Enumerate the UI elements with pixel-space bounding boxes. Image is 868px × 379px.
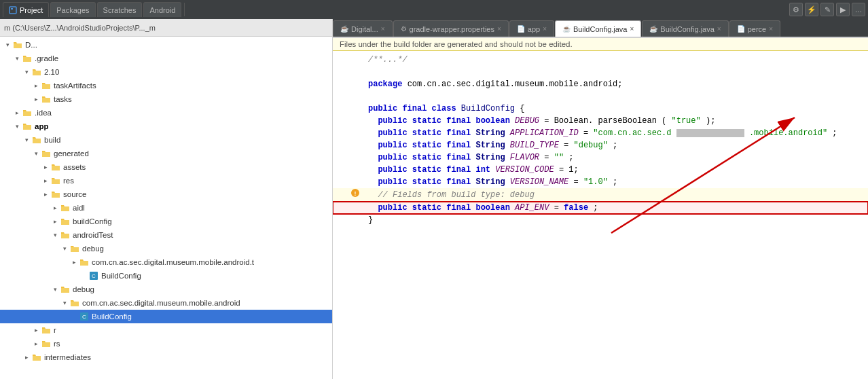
tree-node-13[interactable]: aidl: [0, 201, 332, 215]
tree-node-icon: [79, 257, 90, 268]
tree-node-8[interactable]: build: [0, 133, 332, 147]
tab-label: Digital...: [351, 25, 378, 33]
tab-close-btn[interactable]: ×: [497, 25, 501, 33]
tab-close-btn[interactable]: ×: [381, 25, 385, 33]
tree-arrow: [41, 177, 50, 184]
tree-node-icon: [69, 297, 80, 308]
tree-node-icon: [69, 243, 80, 254]
editor-tab-buildconfig-active[interactable]: ☕ BuildConfig.java ×: [555, 20, 641, 37]
tree-arrow: [60, 245, 69, 252]
tree-node-text: BuildConfig: [101, 272, 141, 280]
code-line-versionname: public static final String VERSION_NAME …: [333, 176, 868, 188]
tree-node-20[interactable]: com.cn.ac.sec.digital.museum.mobile.andr…: [0, 296, 332, 310]
tree-node-19[interactable]: debug: [0, 283, 332, 296]
editor-tab-app[interactable]: 📄 app ×: [509, 20, 554, 37]
tree-node-5[interactable]: tasks: [0, 92, 332, 106]
svg-text:C: C: [82, 314, 86, 320]
tree-node-text: .gradle: [35, 54, 58, 62]
project-sidebar: m (C:\Users\Z...\AndroidStudioProjects\P…: [0, 19, 333, 379]
editor-tab-digital[interactable]: ☕ Digital... ×: [333, 20, 393, 37]
tree-arrow: [31, 150, 41, 157]
toolbar-tab-project[interactable]: Project: [3, 2, 49, 17]
run-button[interactable]: ⚡: [805, 3, 818, 16]
tree-arrow: [60, 300, 69, 306]
tree-node-text: D...: [25, 41, 37, 49]
tab-icon: ⚙: [401, 25, 407, 33]
tree-node-icon: [60, 202, 71, 213]
tree-node-icon: [41, 80, 52, 91]
tree-node-4[interactable]: taskArtifacts: [0, 79, 332, 92]
tree-node-22[interactable]: r: [0, 323, 332, 337]
more-button[interactable]: ▶: [836, 3, 850, 16]
code-line-class: public final class BuildConfig {: [333, 103, 868, 115]
tree-node-text: generated: [54, 149, 89, 158]
tree-node-16[interactable]: debug: [0, 242, 332, 255]
tree-node-icon: [60, 216, 71, 227]
scratches-tab-label: Scratches: [103, 6, 137, 14]
main-container: m (C:\Users\Z...\AndroidStudioProjects\P…: [0, 19, 868, 379]
tree-node-icon: [50, 189, 61, 200]
tree-arrow: [50, 218, 60, 225]
tab-close-btn[interactable]: ×: [630, 25, 634, 33]
tree-node-icon: [50, 162, 61, 173]
tree-node-21[interactable]: CBuildConfig: [0, 310, 332, 323]
extra-button[interactable]: …: [852, 3, 865, 16]
tab-close-btn[interactable]: ×: [717, 25, 721, 33]
tree-node-18[interactable]: CBuildConfig: [0, 269, 332, 283]
tree-node-10[interactable]: assets: [0, 160, 332, 174]
code-line-1: /**...*/: [333, 54, 868, 66]
tree-node-9[interactable]: generated: [0, 147, 332, 160]
editor-tab-buildconfig2[interactable]: ☕ BuildConfig.java ×: [642, 20, 728, 37]
toolbar-tab-scratches[interactable]: Scratches: [97, 2, 143, 17]
code-editor-body[interactable]: /**...*/ package com.cn.ac.sec.digital.m…: [333, 51, 868, 379]
toolbar-separator: [184, 3, 185, 16]
tree-node-2[interactable]: .gradle: [0, 52, 332, 65]
tab-icon: 📄: [517, 25, 525, 33]
code-content: /**...*/ package com.cn.ac.sec.digital.m…: [333, 51, 868, 229]
tree-node-17[interactable]: com.cn.ac.sec.digital.museum.mobile.andr…: [0, 255, 332, 269]
tree-node-text: aidl: [73, 204, 85, 212]
tab-label: BuildConfig.java: [573, 25, 628, 33]
code-line-apienv: public static final boolean API_ENV = fa…: [333, 202, 868, 214]
tree-node-3[interactable]: 2.10: [0, 65, 332, 79]
path-label: m (C:\Users\Z...\AndroidStudioProjects\P…: [4, 24, 156, 32]
tree-node-text: r: [54, 326, 56, 334]
tab-label: perce: [748, 25, 767, 33]
edit-button[interactable]: ✎: [820, 3, 834, 16]
toolbar-tab-packages[interactable]: Packages: [50, 2, 95, 17]
tree-node-icon: [31, 134, 42, 145]
tree-node-1[interactable]: D...: [0, 38, 332, 52]
tree-view: D....gradle2.10taskArtifactstasks.ideaap…: [0, 37, 332, 379]
warning-icon: !: [350, 188, 360, 198]
tree-node-text: com.cn.ac.sec.digital.museum.mobile.andr…: [82, 299, 240, 307]
tree-node-7[interactable]: app: [0, 120, 332, 133]
tab-close-btn[interactable]: ×: [543, 25, 547, 33]
tab-icon: ☕: [340, 25, 348, 33]
tab-close-btn[interactable]: ×: [769, 25, 773, 33]
tree-node-text: debug: [73, 285, 94, 293]
tree-node-15[interactable]: androidTest: [0, 228, 332, 242]
settings-button[interactable]: ⚙: [789, 3, 803, 16]
tree-node-11[interactable]: res: [0, 174, 332, 187]
svg-rect-0: [10, 7, 16, 14]
tree-arrow: [50, 204, 60, 211]
editor-tab-perce[interactable]: 📄 perce ×: [729, 20, 780, 37]
tree-node-text: intermediates: [44, 353, 91, 361]
tree-node-14[interactable]: buildConfig: [0, 215, 332, 228]
editor-tabs-bar: ☕ Digital... × ⚙ gradle-wrapper.properti…: [333, 19, 868, 38]
tree-node-23[interactable]: rs: [0, 337, 332, 350]
project-icon: [9, 6, 17, 14]
tree-arrow: [31, 340, 41, 347]
tree-node-text: res: [63, 177, 74, 185]
tab-label: gradle-wrapper.properties: [410, 25, 494, 33]
toolbar-tab-android[interactable]: Android: [143, 2, 181, 17]
tree-node-text: BuildConfig: [92, 312, 132, 321]
tree-node-6[interactable]: .idea: [0, 106, 332, 120]
tree-node-24[interactable]: intermediates: [0, 350, 332, 364]
tree-arrow: [31, 82, 41, 89]
tree-node-12[interactable]: source: [0, 187, 332, 201]
editor-tab-gradle[interactable]: ⚙ gradle-wrapper.properties ×: [393, 20, 509, 37]
tree-arrow: [22, 354, 31, 361]
tree-node-text: assets: [63, 163, 86, 171]
tree-node-text: tasks: [54, 95, 72, 103]
